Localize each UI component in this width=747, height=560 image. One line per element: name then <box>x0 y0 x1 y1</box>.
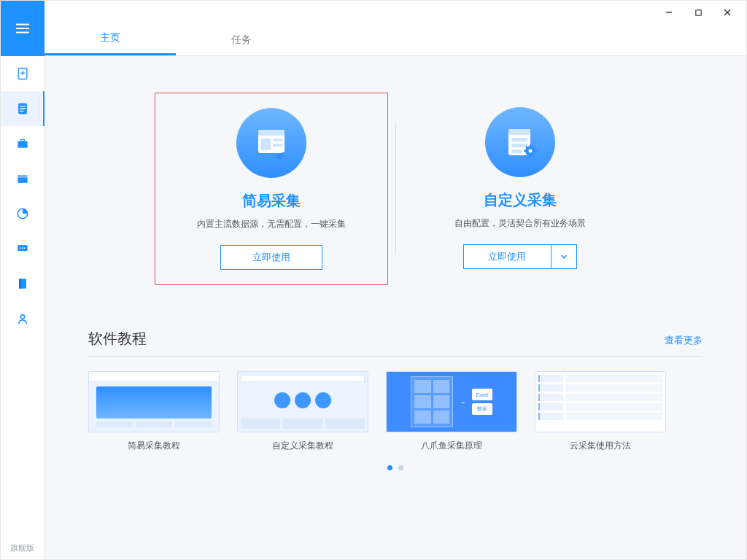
chat-icon <box>15 241 30 256</box>
mode-cards: 简易采集 内置主流数据源，无需配置，一键采集 立即使用 <box>88 93 703 285</box>
svg-rect-2 <box>18 141 27 148</box>
svg-point-7 <box>22 247 23 249</box>
svg-rect-19 <box>508 129 530 135</box>
custom-collect-dropdown[interactable] <box>551 244 577 269</box>
sidebar-item-tasks[interactable] <box>1 91 44 126</box>
dot-2[interactable] <box>398 465 403 470</box>
dot-1[interactable] <box>387 465 392 470</box>
tutorials-header: 软件教程 查看更多 <box>88 329 703 357</box>
window-titlebar <box>44 1 746 24</box>
sidebar-item-chat[interactable] <box>1 231 44 266</box>
hamburger-icon <box>15 20 31 36</box>
simple-collect-icon <box>236 108 306 178</box>
tutorial-thumb <box>88 371 220 432</box>
svg-point-11 <box>20 315 24 319</box>
sidebar-item-new[interactable] <box>1 56 44 91</box>
maximize-icon <box>694 9 703 17</box>
browser-send-icon <box>252 124 290 162</box>
svg-point-8 <box>23 247 25 249</box>
svg-rect-16 <box>273 139 282 141</box>
book-icon <box>15 276 30 291</box>
window-maximize[interactable] <box>684 2 713 23</box>
svg-point-24 <box>528 149 532 153</box>
tutorial-card-3[interactable]: → Excel数据 八爪鱼采集原理 <box>386 371 517 452</box>
close-icon <box>723 8 732 17</box>
svg-rect-10 <box>19 279 21 288</box>
card-title: 简易采集 <box>242 191 301 211</box>
tutorial-caption: 自定义采集教程 <box>237 440 368 452</box>
simple-collect-button[interactable]: 立即使用 <box>220 245 322 270</box>
svg-rect-14 <box>258 130 285 136</box>
card-custom-collect: 自定义采集 自由配置，灵活契合所有业务场景 立即使用 <box>403 93 637 285</box>
store-icon <box>15 171 30 186</box>
card-divider <box>395 123 396 254</box>
svg-rect-12 <box>695 9 700 15</box>
window-minimize[interactable] <box>654 2 684 23</box>
tutorial-thumb <box>535 371 666 432</box>
tutorial-caption: 云采集使用方法 <box>535 440 666 452</box>
svg-rect-22 <box>511 149 522 153</box>
tutorial-caption: 简易采集教程 <box>88 440 220 452</box>
card-desc: 内置主流数据源，无需配置，一键采集 <box>197 218 346 230</box>
menu-toggle[interactable] <box>1 1 44 56</box>
tutorial-card-4[interactable]: 云采集使用方法 <box>535 371 666 452</box>
tabbar: 主页 任务 <box>44 24 746 56</box>
tutorial-grid: 简易采集教程 自定义采集教程 → Excel数据 <box>88 371 703 452</box>
chevron-down-icon <box>560 252 568 261</box>
user-icon <box>15 311 30 326</box>
minimize-icon <box>665 8 673 17</box>
svg-rect-17 <box>273 144 282 147</box>
tasks-icon <box>15 101 30 116</box>
pie-chart-icon <box>15 206 30 221</box>
tutorial-card-1[interactable]: 简易采集教程 <box>88 371 220 452</box>
new-task-icon <box>15 66 30 81</box>
card-simple-collect: 简易采集 内置主流数据源，无需配置，一键采集 立即使用 <box>155 93 388 285</box>
svg-rect-21 <box>511 144 527 147</box>
tutorial-caption: 八爪鱼采集原理 <box>386 440 517 452</box>
svg-rect-3 <box>20 139 24 141</box>
tutorials-section: 软件教程 查看更多 简易采集教程 自定义采集教程 <box>88 329 703 470</box>
sidebar-item-account[interactable] <box>1 301 44 336</box>
svg-point-6 <box>20 247 21 249</box>
svg-rect-20 <box>511 138 527 141</box>
app-window: 旗舰版 主页 任务 <box>0 0 747 560</box>
carousel-dots <box>88 465 703 470</box>
sidebar-items <box>1 56 44 336</box>
custom-collect-icon <box>485 107 555 177</box>
sidebar-item-store[interactable] <box>1 161 44 196</box>
window-close[interactable] <box>713 2 742 23</box>
sidebar: 旗舰版 <box>1 1 44 559</box>
card-desc: 自由配置，灵活契合所有业务场景 <box>454 217 586 230</box>
tab-home[interactable]: 主页 <box>44 23 176 55</box>
content: 简易采集 内置主流数据源，无需配置，一键采集 立即使用 <box>44 56 746 559</box>
tutorials-title: 软件教程 <box>88 329 147 349</box>
card-title: 自定义采集 <box>484 190 557 210</box>
tutorial-thumb <box>237 371 368 432</box>
edition-label: 旗舰版 <box>1 537 44 559</box>
custom-collect-button[interactable]: 立即使用 <box>463 244 551 269</box>
sidebar-item-stats[interactable] <box>1 196 44 231</box>
svg-rect-15 <box>260 139 271 150</box>
toolbox-icon <box>15 136 30 151</box>
browser-gear-icon <box>501 123 539 161</box>
main-area: 主页 任务 简易采 <box>44 1 746 559</box>
tutorial-card-2[interactable]: 自定义采集教程 <box>237 371 368 452</box>
tab-tasks[interactable]: 任务 <box>176 25 307 55</box>
sidebar-item-help[interactable] <box>1 266 44 301</box>
sidebar-item-toolbox[interactable] <box>1 126 44 161</box>
tutorials-more-link[interactable]: 查看更多 <box>665 334 703 347</box>
tutorial-thumb: → Excel数据 <box>386 371 517 432</box>
